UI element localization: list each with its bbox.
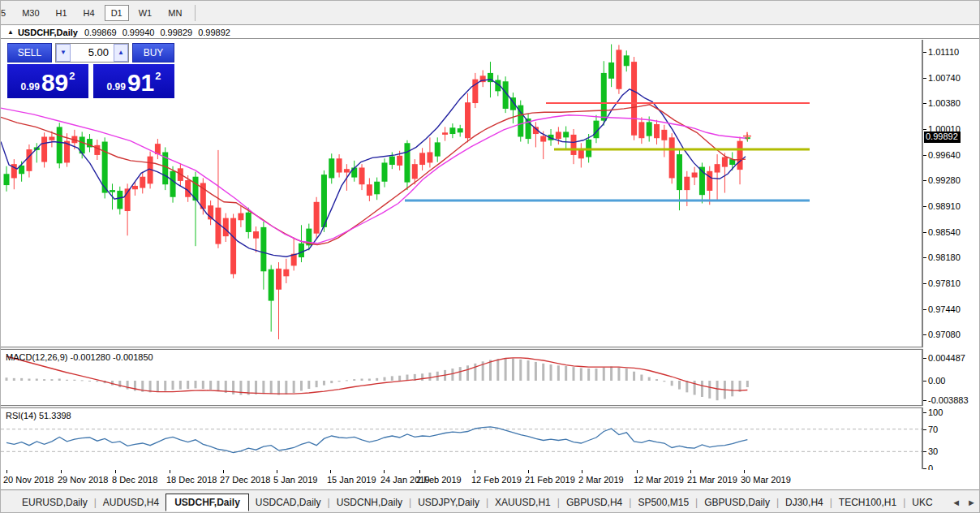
- price-axis-label: 0.97810: [928, 278, 961, 288]
- timeframe-button-m30[interactable]: M30: [15, 5, 45, 21]
- ohlc-open: 0.99869: [84, 28, 117, 37]
- macd-axis-label: 0.004487: [928, 353, 965, 363]
- macd-signal-value: -0.001850: [113, 352, 153, 362]
- date-axis-label: 12 Feb 2019: [471, 475, 522, 485]
- chart-tab-gbpusd[interactable]: GBPUSD,Daily: [698, 494, 776, 511]
- price-axis[interactable]: 1.011101.007401.003801.000100.996400.992…: [923, 40, 980, 489]
- price-axis-label: 0.99280: [928, 175, 961, 185]
- sell-price-sup: 2: [69, 70, 75, 82]
- date-axis-label: 2 Feb 2019: [416, 475, 462, 485]
- chart-tab-bar: EURUSD,Daily|AUDUSD,H4USDCHF,DailyUSDCAD…: [1, 489, 980, 513]
- chart-tab-eurusd[interactable]: EURUSD,Daily: [15, 494, 94, 511]
- sell-button[interactable]: SELL: [7, 43, 52, 63]
- timeframe-button-d1[interactable]: D1: [105, 5, 129, 21]
- macd-axis-label: -0.003883: [928, 395, 969, 405]
- buy-price-sup: 2: [155, 70, 161, 82]
- buy-button[interactable]: BUY: [132, 43, 174, 63]
- timeframe-button-mn[interactable]: MN: [161, 5, 188, 21]
- date-tick: [277, 470, 277, 473]
- axis-tick: [923, 334, 926, 335]
- chart-tab-audusd[interactable]: AUDUSD,H4: [97, 494, 165, 511]
- price-axis-label: 0.98180: [928, 252, 961, 262]
- date-axis-label: 30 Mar 2019: [741, 475, 791, 485]
- buy-price-big: 91: [127, 71, 154, 95]
- timeframe-button-h1[interactable]: H1: [49, 5, 74, 21]
- date-axis-label: 8 Dec 2018: [112, 475, 157, 485]
- volume-decrease-icon[interactable]: ▼: [56, 44, 71, 62]
- chart-tab-usdcnh[interactable]: USDCNH,Daily: [330, 494, 409, 511]
- rsi-label: RSI(14) 51.3398: [6, 411, 71, 420]
- tab-scroll-arrows: ◄►: [952, 498, 976, 507]
- date-tick: [6, 470, 7, 473]
- axis-tick: [923, 232, 926, 233]
- chart-tab-gbpusd[interactable]: GBPUSD,H4: [560, 494, 629, 511]
- buy-price-prefix: 0.99: [107, 81, 126, 93]
- chart-tab-usdcad[interactable]: USDCAD,Daily: [249, 494, 328, 511]
- scroll-left-icon[interactable]: ◄: [952, 498, 961, 507]
- price-axis-label: 0.97440: [928, 304, 961, 314]
- rsi-axis-label: 30: [928, 446, 938, 456]
- axis-tick: [923, 52, 926, 53]
- date-axis-label: 5 Jan 2019: [273, 475, 317, 485]
- date-axis-label: 18 Dec 2018: [166, 475, 217, 485]
- rsi-axis-label: 100: [928, 407, 943, 417]
- price-axis-label: 1.00740: [928, 73, 961, 83]
- ohlc-low: 0.99829: [160, 28, 192, 37]
- chart-tab-ukc[interactable]: UKC: [905, 494, 939, 511]
- date-axis-label: 29 Nov 2018: [58, 475, 108, 485]
- date-axis[interactable]: 20 Nov 201829 Nov 20188 Dec 201818 Dec 2…: [1, 470, 980, 489]
- price-axis-label: 0.99640: [928, 150, 961, 160]
- chart-tab-dj30[interactable]: DJ30,H4: [779, 494, 830, 511]
- ohlc-high: 0.99940: [122, 28, 155, 37]
- date-tick: [744, 470, 745, 473]
- axis-tick: [923, 129, 926, 130]
- rsi-axis-label: 70: [928, 425, 938, 434]
- chart-tab-usdchf[interactable]: USDCHF,Daily: [165, 494, 249, 511]
- price-axis-label: 0.97080: [928, 330, 961, 339]
- timeframe-button-w1[interactable]: W1: [132, 5, 159, 21]
- date-tick: [475, 470, 475, 473]
- axis-tick: [923, 206, 926, 207]
- sell-price-box[interactable]: 0.99 89 2: [7, 64, 88, 98]
- macd-label: MACD(12,26,9) -0.001280 -0.001850: [6, 352, 153, 362]
- collapse-panel-icon[interactable]: ▲: [7, 28, 14, 36]
- chart-tab-tech100[interactable]: TECH100,H1: [832, 494, 903, 511]
- sell-price-prefix: 0.99: [21, 81, 40, 93]
- toolbar-separator: [195, 5, 196, 21]
- price-axis-label: 0.98540: [928, 227, 961, 237]
- axis-tick: [923, 412, 926, 413]
- axis-tick: [923, 451, 926, 452]
- axis-tick: [923, 429, 926, 430]
- rsi-indicator-panel[interactable]: [1, 408, 923, 469]
- price-axis-label: 1.00380: [928, 98, 961, 108]
- axis-tick: [923, 155, 926, 156]
- axis-tick: [923, 400, 926, 401]
- volume-input[interactable]: 5.00: [71, 44, 114, 62]
- date-axis-label: 2 Mar 2019: [578, 475, 624, 485]
- buy-price-box[interactable]: 0.99 91 2: [93, 64, 174, 98]
- date-tick: [582, 470, 582, 473]
- chart-tab-xauusd[interactable]: XAUUSD,H1: [488, 494, 557, 511]
- date-tick: [384, 470, 385, 473]
- date-axis-label: 12 Mar 2019: [634, 475, 684, 485]
- date-tick: [419, 470, 420, 473]
- axis-tick: [923, 381, 926, 382]
- timeframe-button-5[interactable]: 5: [0, 5, 12, 21]
- date-tick: [330, 470, 331, 473]
- volume-increase-icon[interactable]: ▲: [114, 44, 128, 62]
- axis-tick: [923, 257, 926, 258]
- volume-spinner: ▼ 5.00 ▲: [55, 43, 129, 63]
- date-tick: [637, 470, 638, 473]
- date-axis-label: 15 Jan 2019: [327, 475, 376, 485]
- one-click-trade-panel: SELL ▼ 5.00 ▲ BUY 0.99 89 2 0.99 91 2: [7, 43, 174, 98]
- timeframe-button-h4[interactable]: H4: [77, 5, 101, 21]
- date-tick: [115, 470, 116, 473]
- date-tick: [528, 470, 529, 473]
- scroll-right-icon[interactable]: ►: [967, 498, 976, 507]
- axis-tick: [923, 358, 926, 359]
- date-axis-label: 27 Dec 2018: [220, 475, 270, 485]
- chart-tab-usdjpy[interactable]: USDJPY,Daily: [411, 494, 486, 511]
- date-tick: [61, 470, 62, 473]
- axis-tick: [923, 103, 926, 104]
- chart-tab-sp500[interactable]: SP500,M15: [631, 494, 695, 511]
